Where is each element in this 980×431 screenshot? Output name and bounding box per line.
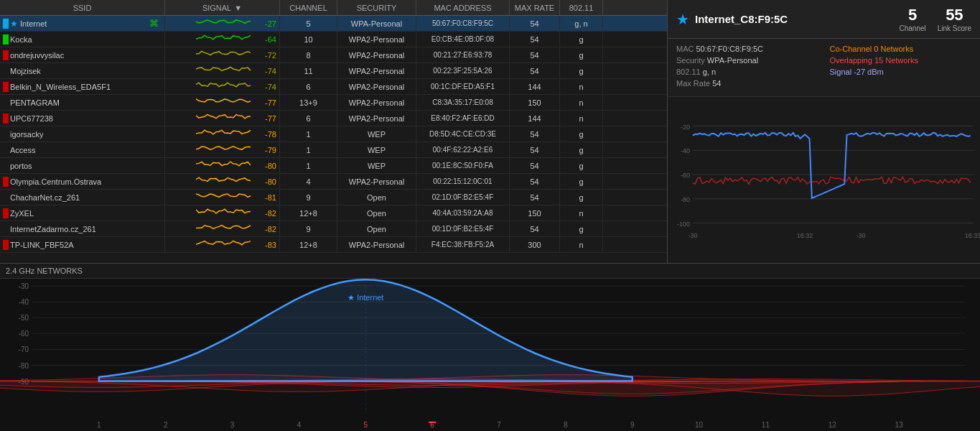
cell-security: Open: [337, 205, 416, 221]
svg-text:-60: -60: [681, 172, 690, 179]
signal-value: -72: [256, 51, 276, 60]
signal-graph: [196, 145, 253, 155]
cell-signal: -77: [165, 95, 280, 110]
network-name: Kocka: [10, 35, 32, 44]
cell-80211: n: [560, 237, 603, 252]
cell-channel: 1: [280, 158, 337, 173]
table-row[interactable]: Belkin_N_Wireless_EDA5F1 -74 6 WPA2-Pers…: [0, 79, 667, 95]
cell-channel: 5: [280, 16, 337, 31]
signal-value: -77: [256, 114, 276, 123]
table-row[interactable]: Access -79 1 WEP 00:4F:62:22:A2:E6 54 g: [0, 142, 667, 158]
detail-info: MAC 50:67:F0:C8:F9:5C Security WPA-Perso…: [668, 39, 980, 96]
col-security: SECURITY: [337, 0, 416, 15]
network-name: Internet: [20, 19, 47, 28]
table-row[interactable]: PENTAGRAM -77 13+9 WPA2-Personal C8:3A:3…: [0, 95, 667, 111]
cell-ssid: Belkin_N_Wireless_EDA5F1: [0, 79, 165, 94]
cell-security: WEP: [337, 126, 416, 142]
cell-signal: -82: [165, 221, 280, 236]
table-row[interactable]: ★ Internet ⌘ -27 5 WPA-Personal 50:67:F0…: [0, 16, 667, 32]
cell-ssid: Kocka: [0, 32, 165, 47]
table-row[interactable]: TP-LINK_FBF52A -83 12+8 WPA2-Personal F4…: [0, 237, 667, 253]
network-table-area: SSID SIGNAL▼ CHANNEL SECURITY MAC ADDRES…: [0, 0, 668, 263]
svg-text:-60: -60: [19, 330, 29, 338]
co-channel-row: Co-Channel 0 Networks: [830, 45, 972, 53]
cell-mac: E0:CB:4E:0B:0F:08: [416, 32, 510, 47]
cell-signal: -64: [165, 32, 280, 47]
signal-value: -27: [256, 19, 276, 28]
cell-80211: g, n: [560, 16, 603, 31]
signal-value: -83: [256, 241, 276, 249]
cell-maxrate: 150: [510, 205, 560, 221]
cell-channel: 1: [280, 126, 337, 142]
cell-80211: n: [560, 205, 603, 221]
col-signal[interactable]: SIGNAL▼: [165, 0, 280, 15]
table-body[interactable]: ★ Internet ⌘ -27 5 WPA-Personal 50:67:F0…: [0, 16, 667, 263]
cell-ssid: UPC677238: [0, 111, 165, 126]
cell-channel: 6: [280, 111, 337, 126]
table-row[interactable]: Mojzisek -74 11 WPA2-Personal 00:22:3F:2…: [0, 63, 667, 79]
detail-title: Internet_C8:F9:5C: [695, 13, 788, 25]
cell-channel: 1: [280, 142, 337, 157]
cell-80211: g: [560, 32, 603, 47]
color-indicator: [3, 19, 9, 29]
col-mac: MAC ADDRESS: [416, 0, 510, 15]
table-row[interactable]: UPC677238 -77 6 WPA2-Personal E8:40:F2:A…: [0, 111, 667, 126]
table-row[interactable]: ondrejuvvysilac -72 8 WPA2-Personal 00:2…: [0, 47, 667, 63]
svg-text:8: 8: [564, 421, 568, 429]
detail-panel: ★ Internet_C8:F9:5C 5 Channel 55 Link Sc…: [668, 0, 980, 263]
network-name: Belkin_N_Wireless_EDA5F1: [10, 83, 111, 91]
color-indicator: [3, 240, 9, 250]
signal-value: -64: [256, 35, 276, 44]
cell-80211: n: [560, 111, 603, 126]
bottom-section: 2.4 GHz NETWORKS -30-40-50-60-70-80-9012…: [0, 264, 980, 431]
overlapping-row: Overlapping 15 Networks: [830, 56, 972, 65]
cell-mac: 00:4F:62:22:A2:E6: [416, 142, 510, 157]
cell-ssid: PENTAGRAM: [0, 95, 165, 110]
signal-graph: [196, 66, 253, 76]
cell-maxrate: 54: [510, 221, 560, 236]
cell-80211: g: [560, 174, 603, 189]
signal-value: -80: [256, 177, 276, 186]
cell-80211: n: [560, 79, 603, 94]
table-row[interactable]: Olympia.Centrum.Ostrava -80 4 WPA2-Perso…: [0, 174, 667, 190]
svg-text:9: 9: [630, 421, 635, 429]
cell-mac: 00:22:3F:25:5A:26: [416, 63, 510, 78]
cell-mac: 00:1D:0F:B2:E5:4F: [416, 221, 510, 236]
table-row[interactable]: ChacharNet.cz_261 -81 9 Open 02:1D:0F:B2…: [0, 190, 667, 205]
signal-graph: [196, 177, 253, 187]
cell-ssid: Mojzisek: [0, 63, 165, 78]
signal-value: -74: [256, 83, 276, 91]
cell-channel: 11: [280, 63, 337, 78]
signal-value: -74: [256, 67, 276, 75]
top-section: SSID SIGNAL▼ CHANNEL SECURITY MAC ADDRES…: [0, 0, 980, 264]
table-row[interactable]: ZyXEL -82 12+8 Open 40:4A:03:59:2A:A8 15…: [0, 205, 667, 221]
cell-signal: -83: [165, 237, 280, 252]
link-score-value: 55: [946, 6, 963, 24]
detail-header: ★ Internet_C8:F9:5C 5 Channel 55 Link Sc…: [668, 0, 980, 39]
cell-ssid: ZyXEL: [0, 205, 165, 221]
table-row[interactable]: Kocka -64 10 WPA2-Personal E0:CB:4E:0B:0…: [0, 32, 667, 47]
signal-graph: [196, 129, 253, 139]
table-row[interactable]: portos -80 1 WEP 00:1E:8C:50:F0:FA 54 g: [0, 158, 667, 174]
table-row[interactable]: igorsacky -78 1 WEP D8:5D:4C:CE:CD:3E 54…: [0, 126, 667, 142]
cell-security: Open: [337, 221, 416, 236]
cell-maxrate: 54: [510, 190, 560, 205]
color-indicator: [3, 82, 9, 92]
signal-value: -79: [256, 146, 276, 154]
cell-signal: -82: [165, 205, 280, 221]
svg-text:-40: -40: [19, 298, 29, 306]
cell-maxrate: 54: [510, 47, 560, 62]
color-indicator: [3, 34, 9, 45]
table-row[interactable]: InternetZadarmo.cz_261 -82 9 Open 00:1D:…: [0, 221, 667, 237]
network-name: PENTAGRAM: [10, 98, 60, 107]
cell-mac: 00:22:15:12:0C:01: [416, 174, 510, 189]
cell-ssid: InternetZadarmo.cz_261: [0, 221, 165, 236]
svg-text:-80: -80: [681, 196, 690, 203]
cell-80211: g: [560, 47, 603, 62]
color-indicator: [3, 50, 9, 60]
svg-text:12: 12: [829, 421, 837, 429]
cell-signal: -74: [165, 79, 280, 94]
signal-row: Signal -27 dBm: [830, 68, 972, 76]
detail-star-icon: ★: [676, 11, 689, 28]
svg-text:3: 3: [230, 421, 235, 429]
